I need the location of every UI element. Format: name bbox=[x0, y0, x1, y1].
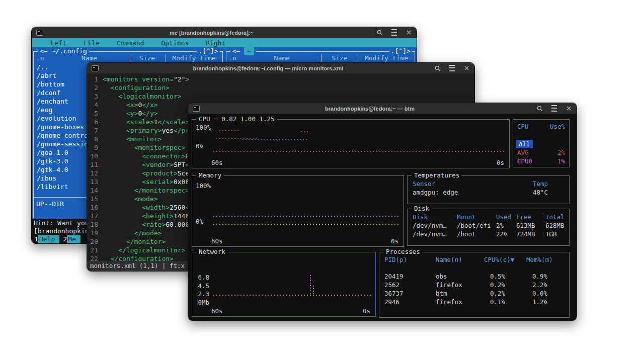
cpu-all-label[interactable]: All bbox=[516, 140, 533, 148]
cpu-avg-label: AVG bbox=[517, 148, 529, 157]
titlebar-controls: × bbox=[536, 105, 572, 112]
column-header-size[interactable]: Size bbox=[321, 54, 358, 62]
process-name: firefox bbox=[436, 298, 484, 306]
line-number: 18 bbox=[87, 220, 98, 229]
process-row[interactable]: 2946firefox0.1%1.2% bbox=[384, 298, 564, 306]
menu-item[interactable]: Right bbox=[206, 39, 225, 47]
search-icon[interactable] bbox=[434, 65, 441, 71]
panel-updir-corner[interactable]: .[^]> bbox=[389, 47, 412, 55]
function-key-label[interactable]: Help bbox=[38, 235, 59, 243]
tx-traffic-spike bbox=[313, 286, 314, 294]
process-name: obs bbox=[436, 272, 484, 281]
menu-icon[interactable] bbox=[391, 29, 397, 36]
column-header-name[interactable]: Name bbox=[50, 54, 129, 62]
code-line[interactable]: 2 <configuration> bbox=[87, 83, 474, 92]
cpu-graph-dots bbox=[219, 130, 240, 131]
btm-titlebar[interactable]: brandonhopkins@fedora:~ — btm × bbox=[188, 103, 577, 114]
process-name: btm bbox=[436, 289, 484, 298]
process-column-header[interactable]: CPU%(c)▼ bbox=[484, 255, 526, 264]
code-text: <monitors version="2"> bbox=[103, 75, 189, 83]
process-column-header[interactable]: Mem%(m) bbox=[526, 255, 564, 264]
column-header-size[interactable]: Size bbox=[129, 54, 166, 62]
mc-titlebar[interactable]: mc [brandonhopkins@fedora]:~ × bbox=[32, 27, 417, 38]
memory-plot bbox=[213, 184, 399, 228]
column-header-name[interactable]: Name bbox=[243, 54, 321, 62]
process-name: firefox bbox=[436, 281, 484, 289]
temperatures-panel-title: Temperatures bbox=[412, 171, 462, 179]
path-chip[interactable]: ~ bbox=[244, 47, 254, 55]
network-y-axis: 6.84.52.30Mb bbox=[194, 274, 209, 307]
line-number: 14 bbox=[87, 186, 98, 195]
x-axis-right: 0s bbox=[391, 237, 398, 245]
cpu-row-cpu0[interactable]: CPU01% bbox=[517, 157, 565, 165]
line-number: 22 bbox=[87, 254, 98, 261]
search-icon[interactable] bbox=[376, 29, 383, 36]
process-pid: 36737 bbox=[384, 289, 436, 298]
memory-panel-title: Memory bbox=[196, 171, 224, 179]
line-number: 9 bbox=[87, 143, 98, 152]
network-panel-title: Network bbox=[196, 248, 228, 255]
line-number: 11 bbox=[87, 160, 98, 169]
ram-usage-line bbox=[213, 216, 399, 217]
function-key[interactable]: 1Help bbox=[32, 235, 59, 243]
cpu-row-avg[interactable]: AVG2% bbox=[517, 148, 565, 157]
disk-row: /dev/nvm…/boot/efi2%613MB628MB bbox=[413, 221, 564, 230]
y-axis-max: 100% bbox=[196, 124, 211, 131]
menu-item[interactable]: Options bbox=[161, 39, 189, 47]
close-icon[interactable]: × bbox=[406, 29, 412, 36]
title-divider: ─ bbox=[214, 115, 218, 123]
rx-traffic-line bbox=[213, 295, 371, 296]
disk-total: 628MB bbox=[545, 221, 565, 230]
code-line[interactable]: 1 <monitors version="2"> bbox=[87, 75, 474, 83]
close-icon[interactable]: × bbox=[463, 65, 470, 71]
processes-panel[interactable]: Processes PID(p)Name(n)CPU%(c)▼Mem%(m) 2… bbox=[379, 252, 570, 318]
process-row[interactable]: 2562firefox0.2%2.2% bbox=[384, 281, 564, 289]
menu-item[interactable]: Command bbox=[117, 39, 144, 47]
code-text: <connector>H bbox=[103, 152, 189, 160]
menu-icon[interactable] bbox=[551, 105, 557, 112]
process-column-header[interactable]: PID(p) bbox=[384, 255, 436, 264]
sensor-temp: 48°C bbox=[533, 188, 564, 197]
axis-tick: 4.5 bbox=[194, 282, 209, 291]
micro-titlebar[interactable]: brandonhopkins@fedora:~/.config — micro … bbox=[87, 63, 474, 74]
menu-item[interactable]: File bbox=[84, 39, 99, 47]
code-line[interactable]: 3 <logicalmonitor> bbox=[87, 92, 474, 101]
function-key[interactable]: 2Me bbox=[60, 235, 80, 243]
disk-panel[interactable]: Disk DiskMountUsedFreeTotal /dev/nvm…/bo… bbox=[407, 209, 570, 246]
panel-path[interactable]: <— ~/.config bbox=[38, 47, 89, 55]
menu-icon[interactable] bbox=[449, 65, 455, 71]
cpu-avg-value: 2% bbox=[557, 148, 565, 157]
process-mem: 1.2% bbox=[526, 298, 564, 306]
column-header-modify[interactable]: Modify time bbox=[166, 54, 222, 62]
line-number: 20 bbox=[87, 237, 98, 246]
temp-row: amdgpu: edge48°C bbox=[413, 188, 564, 197]
disk-rows: /dev/nvm…/boot/efi2%613MB628MB/dev/nvm…/… bbox=[413, 221, 564, 238]
panel-path[interactable]: <— ~ bbox=[230, 47, 256, 55]
process-row[interactable]: 20419obs0.5%0.9% bbox=[384, 272, 564, 281]
network-panel[interactable]: Network 6.84.52.30Mb 60s0s bbox=[192, 252, 376, 317]
code-text: <configuration> bbox=[103, 83, 170, 92]
line-number: 16 bbox=[87, 203, 98, 212]
sort-indicator[interactable]: .n bbox=[34, 54, 50, 62]
function-key-number: 2 bbox=[60, 235, 67, 243]
panel-updir-corner[interactable]: .[^]> bbox=[197, 47, 219, 55]
cpu-plot bbox=[213, 126, 505, 154]
temperatures-panel[interactable]: Temperatures SensorTemp amdgpu: edge48°C bbox=[407, 175, 570, 204]
cpu-row-all[interactable]: All bbox=[517, 140, 565, 148]
close-icon[interactable]: × bbox=[566, 105, 572, 112]
function-key-label[interactable]: Me bbox=[67, 235, 80, 243]
cpu-usage-table[interactable]: CPUUse% All AVG2% CPU01% bbox=[513, 119, 570, 167]
terminal-app-icon bbox=[92, 65, 99, 71]
menu-item[interactable]: Left bbox=[51, 39, 66, 47]
cpu-panel[interactable]: CPU ─ 0.82 1.00 1.25 100% 0% 60s0s bbox=[192, 119, 510, 168]
process-row[interactable]: 36737btm0.2%0.0% bbox=[384, 289, 564, 298]
cpu-table-header: CPUUse% bbox=[517, 122, 565, 131]
column-header-modify[interactable]: Modify time bbox=[358, 54, 415, 62]
search-icon[interactable] bbox=[536, 105, 543, 112]
code-text: </mode> bbox=[103, 229, 162, 237]
memory-panel[interactable]: Memory 100% 0% 60s0s bbox=[192, 175, 404, 247]
cpu0-value: 1% bbox=[557, 157, 565, 165]
load-average: 0.82 1.00 1.25 bbox=[221, 115, 274, 123]
sort-indicator[interactable]: .n bbox=[226, 54, 243, 62]
process-column-header[interactable]: Name(n) bbox=[436, 255, 484, 264]
